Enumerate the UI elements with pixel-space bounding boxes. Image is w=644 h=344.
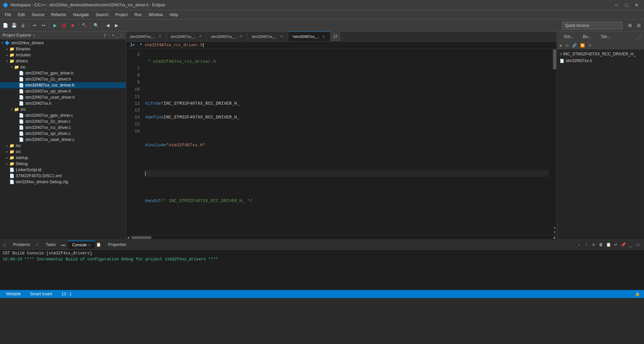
rp-expand-icon[interactable]: ▶ (558, 43, 564, 48)
tab-properties[interactable]: Properties (104, 241, 130, 248)
bc-copy-icon[interactable]: 📋 (605, 241, 612, 248)
save-button[interactable]: 💾 (10, 21, 18, 30)
scroll-left-arrow[interactable]: ◀ (126, 236, 130, 240)
tree-item-root[interactable]: ▾🔷stm32f4xx_drivers (0, 40, 126, 46)
tab-console-close[interactable]: ✕ (88, 243, 91, 247)
tree-item-usart_h[interactable]: 📄stm32f407xx_usart_driver.h (0, 94, 126, 100)
tree-item-stm32_h[interactable]: 📄stm32f407xx.h (0, 100, 126, 106)
editor-tab-3[interactable]: stm32f407xx_... ✕ (207, 32, 248, 42)
tree-item-i2c_h[interactable]: 📄stm32f407xx_i2c_driver.h (0, 76, 126, 82)
debug-button[interactable]: 🐞 (60, 21, 68, 30)
tree-item-drivers[interactable]: ▾📁drivers (0, 58, 126, 64)
tab-problems[interactable]: Problems (9, 241, 34, 248)
view-button[interactable]: ⊟ (635, 21, 643, 30)
tab-3-close[interactable]: ✕ (239, 34, 243, 39)
editor-scrollbar[interactable]: ▲ ▼ (553, 49, 557, 235)
tree-item-rcc_h[interactable]: 📄stm32f407xx_rcc_driver.h (0, 82, 126, 88)
menu-item-project[interactable]: Project (112, 11, 131, 18)
rp-item-include[interactable]: 📄 stm32f407xx.h (557, 57, 644, 64)
bc-filter-icon[interactable]: ≡ (590, 241, 597, 248)
tab-2-close[interactable]: ✕ (198, 34, 203, 39)
tree-item-includes[interactable]: ▸📁Includes (0, 52, 126, 58)
tree-item-spi_c[interactable]: 📄stm32f407xx_spi_driver.c (0, 131, 126, 137)
bc-clear-icon[interactable]: 🗑 (598, 241, 604, 248)
tab-1-close[interactable]: ✕ (158, 34, 162, 39)
bc-max-icon[interactable]: □ (635, 241, 641, 248)
tree-item-startup[interactable]: ▸📁startup (0, 155, 126, 161)
pe-max-icon[interactable]: □ (121, 33, 123, 38)
editor-tab-2[interactable]: stm32f407xx_... ✕ (167, 32, 207, 42)
rp-collapse-icon[interactable]: ⊟ (564, 43, 570, 48)
menu-item-navigate[interactable]: Navigate (70, 11, 92, 18)
rp-tab-build[interactable]: Bu... (579, 33, 595, 40)
rp-tab-outline[interactable]: Out... (560, 33, 577, 40)
console-panel[interactable]: CDT Build Console [stm32f4xx_drivers] 16… (0, 250, 644, 290)
bc-down-icon[interactable]: ↓ (575, 241, 582, 248)
minimize-button[interactable]: ─ (612, 1, 621, 9)
rp-link-icon[interactable]: 🔗 (571, 43, 578, 48)
editor-tab-4[interactable]: stm32f407xx_... ✕ (248, 32, 288, 42)
status-position[interactable]: 13 : 1 (59, 292, 74, 296)
scroll-right-arrow[interactable]: ▶ (553, 236, 557, 240)
rp-min-icon[interactable]: _ (636, 34, 638, 39)
menu-item-refactor[interactable]: Refactor (48, 11, 70, 18)
new-button[interactable]: 📄 (1, 21, 9, 30)
tree-item-usart_c[interactable]: 📄stm32f407xx_usart_driver.c (0, 137, 126, 143)
bc-min-icon[interactable]: _ (627, 241, 634, 248)
horizontal-scrollbar[interactable]: ◀ ▶ (126, 235, 557, 240)
tree-item-src_drivers[interactable]: ▾📁src (0, 106, 126, 112)
quick-access-input[interactable]: Quick Access (562, 21, 622, 30)
scroll-down-arrow[interactable]: ▼ (553, 230, 557, 235)
tab-tasks[interactable]: Tasks (42, 241, 60, 248)
tree-item-binaries[interactable]: ▸📁Binaries (0, 46, 126, 52)
undo-button[interactable]: ↩ (31, 21, 39, 30)
tab-5-close[interactable]: ✕ (321, 34, 326, 39)
bc-up-icon[interactable]: ↑ (583, 241, 590, 248)
tree-item-disc1[interactable]: 📄STM32F407G-DISC1.xml (0, 173, 126, 179)
tree-item-inc[interactable]: ▾📁inc (0, 64, 126, 70)
tab-console[interactable]: Console ✕ (68, 241, 95, 249)
hscroll-thumb[interactable] (131, 236, 152, 239)
tab-4-close[interactable]: ✕ (279, 34, 284, 39)
tab-number[interactable]: 27 (331, 33, 340, 41)
code-editor[interactable]: 2 7 8 9 10 11 12 13 14 15 16 * stm32f407… (126, 49, 557, 235)
pe-sync-icon[interactable]: ↕ (108, 33, 110, 38)
tree-item-gpio_h[interactable]: 📄stm32f407xx_gpio_driver.h (0, 70, 126, 76)
bc-pin-icon[interactable]: 📌 (620, 241, 627, 248)
tree-item-linker[interactable]: 📄LinkerScript.ld (0, 167, 126, 173)
nav-back-button[interactable]: ◀ (104, 21, 112, 30)
tree-item-i2c_c[interactable]: 📄stm32f407xx_i2c_driver.c (0, 118, 126, 125)
scrollbar-thumb[interactable] (553, 49, 556, 69)
run-button[interactable]: ▶ (51, 21, 59, 30)
code-content[interactable]: * stm32f407xx_rcc_driver.h #ifndef INC_S… (141, 49, 553, 235)
redo-button[interactable]: ↪ (39, 21, 47, 30)
rp-settings-icon[interactable]: ⚙ (587, 43, 593, 48)
print-button[interactable]: 🖨 (19, 21, 27, 30)
stop-button[interactable]: ■ (69, 21, 77, 30)
editor-tab-5[interactable]: *stm32f407xx_... ✕ (288, 32, 330, 42)
pe-menu-icon[interactable]: ▾ (112, 33, 114, 38)
search-tb-button[interactable]: 🔍 (92, 21, 100, 30)
rp-tab-tasks[interactable]: Tas... (597, 33, 614, 40)
nav-fwd-button[interactable]: ▶ (113, 21, 121, 30)
rp-filter-icon[interactable]: 🔽 (579, 43, 586, 48)
close-button[interactable]: ✕ (632, 1, 641, 9)
tree-item-debug[interactable]: ▸📁Debug (0, 161, 126, 167)
tree-item-rcc_c[interactable]: 📄stm32f407xx_rcc_driver.c (0, 125, 126, 131)
menu-item-run[interactable]: Run (131, 11, 145, 18)
tree-item-gpio_c[interactable]: 📄stm32f407xx_gpio_driver.c (0, 112, 126, 118)
menu-item-window[interactable]: Window (145, 11, 166, 18)
maximize-button[interactable]: □ (622, 1, 631, 9)
tree-item-inc2[interactable]: ▸📁inc (0, 143, 126, 149)
menu-item-help[interactable]: Help (166, 11, 181, 18)
bc-wrap-icon[interactable]: ↵ (612, 241, 619, 248)
build-button[interactable]: 🔨 (80, 21, 88, 30)
rp-item-define[interactable]: # INC_STM32F407XX_RCC_DRIVER_H_ (557, 51, 644, 57)
tree-item-debug_cfg[interactable]: 📄stm32f4xx_drivers Debug.cfg (0, 179, 126, 185)
pe-min-icon[interactable]: _ (116, 33, 119, 38)
editor-tab-1[interactable]: stm32f407xx_... ✕ (126, 32, 167, 42)
status-insert[interactable]: Smart Insert (28, 292, 54, 296)
menu-item-source[interactable]: Source (28, 11, 48, 18)
menu-item-search[interactable]: Search (92, 11, 112, 18)
menu-item-edit[interactable]: Edit (14, 11, 28, 18)
